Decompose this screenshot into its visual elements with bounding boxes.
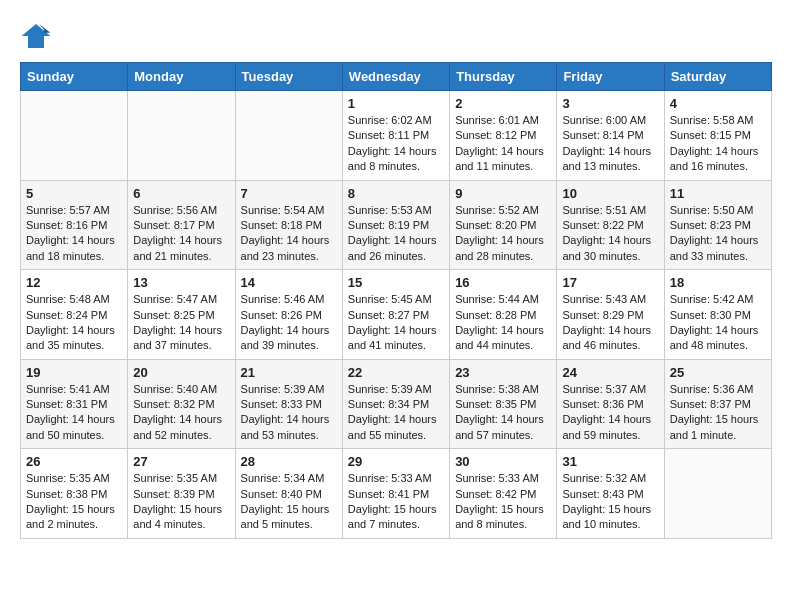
calendar-cell: 27Sunrise: 5:35 AMSunset: 8:39 PMDayligh… xyxy=(128,449,235,539)
day-number: 4 xyxy=(670,96,766,111)
day-number: 16 xyxy=(455,275,551,290)
day-info: Sunrise: 5:45 AMSunset: 8:27 PMDaylight:… xyxy=(348,292,444,354)
day-number: 10 xyxy=(562,186,658,201)
day-number: 6 xyxy=(133,186,229,201)
day-number: 18 xyxy=(670,275,766,290)
day-number: 2 xyxy=(455,96,551,111)
calendar-cell xyxy=(128,91,235,181)
day-info: Sunrise: 5:56 AMSunset: 8:17 PMDaylight:… xyxy=(133,203,229,265)
calendar-week-row: 12Sunrise: 5:48 AMSunset: 8:24 PMDayligh… xyxy=(21,270,772,360)
day-info: Sunrise: 5:50 AMSunset: 8:23 PMDaylight:… xyxy=(670,203,766,265)
day-number: 14 xyxy=(241,275,337,290)
day-of-week-header: Monday xyxy=(128,63,235,91)
day-number: 19 xyxy=(26,365,122,380)
logo xyxy=(20,20,56,52)
day-info: Sunrise: 5:39 AMSunset: 8:34 PMDaylight:… xyxy=(348,382,444,444)
calendar-cell: 14Sunrise: 5:46 AMSunset: 8:26 PMDayligh… xyxy=(235,270,342,360)
calendar-cell: 16Sunrise: 5:44 AMSunset: 8:28 PMDayligh… xyxy=(450,270,557,360)
calendar-cell: 19Sunrise: 5:41 AMSunset: 8:31 PMDayligh… xyxy=(21,359,128,449)
calendar-cell: 17Sunrise: 5:43 AMSunset: 8:29 PMDayligh… xyxy=(557,270,664,360)
calendar-cell: 31Sunrise: 5:32 AMSunset: 8:43 PMDayligh… xyxy=(557,449,664,539)
day-number: 31 xyxy=(562,454,658,469)
day-number: 27 xyxy=(133,454,229,469)
calendar-cell: 10Sunrise: 5:51 AMSunset: 8:22 PMDayligh… xyxy=(557,180,664,270)
calendar-cell: 28Sunrise: 5:34 AMSunset: 8:40 PMDayligh… xyxy=(235,449,342,539)
day-info: Sunrise: 5:52 AMSunset: 8:20 PMDaylight:… xyxy=(455,203,551,265)
day-info: Sunrise: 5:46 AMSunset: 8:26 PMDaylight:… xyxy=(241,292,337,354)
day-info: Sunrise: 5:48 AMSunset: 8:24 PMDaylight:… xyxy=(26,292,122,354)
days-header-row: SundayMondayTuesdayWednesdayThursdayFrid… xyxy=(21,63,772,91)
day-number: 17 xyxy=(562,275,658,290)
day-info: Sunrise: 5:54 AMSunset: 8:18 PMDaylight:… xyxy=(241,203,337,265)
day-info: Sunrise: 5:40 AMSunset: 8:32 PMDaylight:… xyxy=(133,382,229,444)
day-info: Sunrise: 5:33 AMSunset: 8:41 PMDaylight:… xyxy=(348,471,444,533)
calendar-cell: 1Sunrise: 6:02 AMSunset: 8:11 PMDaylight… xyxy=(342,91,449,181)
day-of-week-header: Tuesday xyxy=(235,63,342,91)
calendar-cell: 9Sunrise: 5:52 AMSunset: 8:20 PMDaylight… xyxy=(450,180,557,270)
calendar-cell: 22Sunrise: 5:39 AMSunset: 8:34 PMDayligh… xyxy=(342,359,449,449)
day-info: Sunrise: 5:35 AMSunset: 8:38 PMDaylight:… xyxy=(26,471,122,533)
day-number: 22 xyxy=(348,365,444,380)
calendar-cell: 2Sunrise: 6:01 AMSunset: 8:12 PMDaylight… xyxy=(450,91,557,181)
calendar-cell xyxy=(21,91,128,181)
day-number: 30 xyxy=(455,454,551,469)
day-info: Sunrise: 5:51 AMSunset: 8:22 PMDaylight:… xyxy=(562,203,658,265)
day-number: 12 xyxy=(26,275,122,290)
day-of-week-header: Friday xyxy=(557,63,664,91)
calendar-cell xyxy=(235,91,342,181)
day-number: 5 xyxy=(26,186,122,201)
day-number: 9 xyxy=(455,186,551,201)
day-number: 26 xyxy=(26,454,122,469)
calendar-cell: 26Sunrise: 5:35 AMSunset: 8:38 PMDayligh… xyxy=(21,449,128,539)
calendar-cell: 30Sunrise: 5:33 AMSunset: 8:42 PMDayligh… xyxy=(450,449,557,539)
day-number: 29 xyxy=(348,454,444,469)
day-number: 15 xyxy=(348,275,444,290)
calendar-cell: 21Sunrise: 5:39 AMSunset: 8:33 PMDayligh… xyxy=(235,359,342,449)
calendar-cell: 13Sunrise: 5:47 AMSunset: 8:25 PMDayligh… xyxy=(128,270,235,360)
calendar-cell: 7Sunrise: 5:54 AMSunset: 8:18 PMDaylight… xyxy=(235,180,342,270)
page-header xyxy=(20,20,772,52)
calendar-cell: 15Sunrise: 5:45 AMSunset: 8:27 PMDayligh… xyxy=(342,270,449,360)
day-number: 24 xyxy=(562,365,658,380)
day-info: Sunrise: 5:53 AMSunset: 8:19 PMDaylight:… xyxy=(348,203,444,265)
calendar-cell xyxy=(664,449,771,539)
calendar-cell: 4Sunrise: 5:58 AMSunset: 8:15 PMDaylight… xyxy=(664,91,771,181)
day-info: Sunrise: 5:58 AMSunset: 8:15 PMDaylight:… xyxy=(670,113,766,175)
day-info: Sunrise: 6:02 AMSunset: 8:11 PMDaylight:… xyxy=(348,113,444,175)
day-of-week-header: Wednesday xyxy=(342,63,449,91)
day-number: 7 xyxy=(241,186,337,201)
calendar-week-row: 1Sunrise: 6:02 AMSunset: 8:11 PMDaylight… xyxy=(21,91,772,181)
calendar-cell: 24Sunrise: 5:37 AMSunset: 8:36 PMDayligh… xyxy=(557,359,664,449)
day-of-week-header: Sunday xyxy=(21,63,128,91)
calendar-week-row: 5Sunrise: 5:57 AMSunset: 8:16 PMDaylight… xyxy=(21,180,772,270)
day-info: Sunrise: 5:44 AMSunset: 8:28 PMDaylight:… xyxy=(455,292,551,354)
calendar-table: SundayMondayTuesdayWednesdayThursdayFrid… xyxy=(20,62,772,539)
day-number: 1 xyxy=(348,96,444,111)
day-number: 20 xyxy=(133,365,229,380)
day-info: Sunrise: 5:42 AMSunset: 8:30 PMDaylight:… xyxy=(670,292,766,354)
day-number: 11 xyxy=(670,186,766,201)
calendar-cell: 5Sunrise: 5:57 AMSunset: 8:16 PMDaylight… xyxy=(21,180,128,270)
calendar-body: 1Sunrise: 6:02 AMSunset: 8:11 PMDaylight… xyxy=(21,91,772,539)
calendar-week-row: 26Sunrise: 5:35 AMSunset: 8:38 PMDayligh… xyxy=(21,449,772,539)
day-info: Sunrise: 5:47 AMSunset: 8:25 PMDaylight:… xyxy=(133,292,229,354)
day-of-week-header: Thursday xyxy=(450,63,557,91)
calendar-cell: 8Sunrise: 5:53 AMSunset: 8:19 PMDaylight… xyxy=(342,180,449,270)
calendar-cell: 23Sunrise: 5:38 AMSunset: 8:35 PMDayligh… xyxy=(450,359,557,449)
day-info: Sunrise: 5:37 AMSunset: 8:36 PMDaylight:… xyxy=(562,382,658,444)
day-info: Sunrise: 6:01 AMSunset: 8:12 PMDaylight:… xyxy=(455,113,551,175)
day-number: 13 xyxy=(133,275,229,290)
day-info: Sunrise: 5:33 AMSunset: 8:42 PMDaylight:… xyxy=(455,471,551,533)
day-info: Sunrise: 5:36 AMSunset: 8:37 PMDaylight:… xyxy=(670,382,766,444)
calendar-cell: 3Sunrise: 6:00 AMSunset: 8:14 PMDaylight… xyxy=(557,91,664,181)
day-info: Sunrise: 5:38 AMSunset: 8:35 PMDaylight:… xyxy=(455,382,551,444)
calendar-cell: 12Sunrise: 5:48 AMSunset: 8:24 PMDayligh… xyxy=(21,270,128,360)
logo-icon xyxy=(20,20,52,52)
day-number: 3 xyxy=(562,96,658,111)
calendar-cell: 6Sunrise: 5:56 AMSunset: 8:17 PMDaylight… xyxy=(128,180,235,270)
calendar-header: SundayMondayTuesdayWednesdayThursdayFrid… xyxy=(21,63,772,91)
day-info: Sunrise: 5:34 AMSunset: 8:40 PMDaylight:… xyxy=(241,471,337,533)
day-info: Sunrise: 5:41 AMSunset: 8:31 PMDaylight:… xyxy=(26,382,122,444)
svg-marker-0 xyxy=(22,24,51,48)
day-info: Sunrise: 5:57 AMSunset: 8:16 PMDaylight:… xyxy=(26,203,122,265)
